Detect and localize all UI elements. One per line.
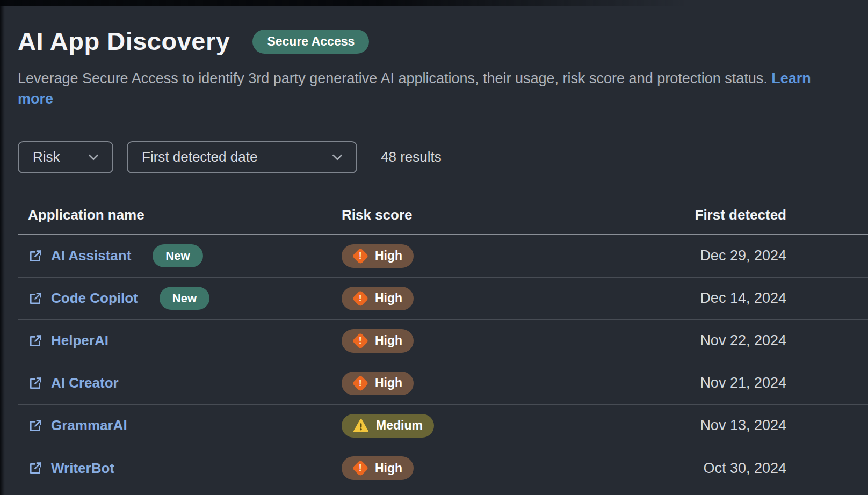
external-link-icon	[28, 333, 43, 348]
table-header-row: Application name Risk score First detect…	[18, 205, 868, 235]
app-link[interactable]: HelperAI	[51, 332, 108, 349]
external-link-icon	[28, 249, 43, 264]
risk-badge-high: ! High	[342, 244, 414, 268]
risk-label: High	[375, 333, 402, 348]
application-name-cell: Code Copilot New	[28, 287, 342, 310]
risk-score-cell: ! High	[342, 372, 700, 395]
high-risk-diamond-icon: !	[352, 375, 368, 391]
external-link-icon	[28, 291, 43, 306]
risk-score-cell: Medium	[342, 414, 700, 438]
description-text: Leverage Secure Access to identify 3rd p…	[18, 70, 768, 86]
risk-score-cell: ! High	[342, 244, 700, 268]
high-risk-diamond-icon: !	[352, 460, 368, 477]
results-count: 48 results	[381, 149, 442, 165]
risk-label: Medium	[376, 418, 423, 433]
first-detected-date: Oct 30, 2024	[703, 460, 786, 477]
app-link[interactable]: AI Assistant	[51, 248, 131, 264]
chevron-down-icon	[86, 150, 100, 164]
filter-bar: Risk First detected date 48 results	[18, 141, 868, 173]
table-row: HelperAI ! High Nov 22, 2024	[18, 320, 868, 362]
external-link-icon	[28, 418, 43, 433]
risk-badge-high: ! High	[342, 456, 414, 480]
ai-app-discovery-page: AI App Discovery Secure Access Leverage …	[0, 0, 868, 490]
application-name-cell: WriterBot	[28, 460, 342, 477]
new-badge: New	[160, 287, 209, 310]
application-name-cell: AI Assistant New	[28, 244, 342, 267]
first-detected-date: Dec 14, 2024	[700, 290, 786, 307]
table-row: GrammarAI Medium Nov 13, 2024	[18, 405, 868, 447]
new-badge: New	[153, 244, 202, 267]
column-header-first-detected: First detected	[695, 205, 787, 223]
table-row: WriterBot ! High Oct 30, 2024	[18, 447, 868, 490]
risk-badge-medium: Medium	[342, 414, 434, 438]
risk-label: High	[375, 461, 402, 476]
first-detected-date-filter-label: First detected date	[142, 149, 257, 165]
high-risk-diamond-icon: !	[352, 332, 368, 349]
medium-risk-warning-triangle-icon	[353, 418, 369, 433]
app-link[interactable]: WriterBot	[51, 460, 114, 477]
risk-score-cell: ! High	[342, 287, 700, 310]
column-header-risk-score: Risk score	[342, 205, 695, 223]
page-title: AI App Discovery	[18, 28, 230, 55]
risk-label: High	[375, 291, 402, 305]
risk-filter-dropdown[interactable]: Risk	[18, 141, 113, 173]
first-detected-date: Nov 21, 2024	[700, 375, 786, 391]
app-link[interactable]: AI Creator	[51, 375, 119, 391]
app-link[interactable]: GrammarAI	[51, 417, 127, 434]
application-name-cell: GrammarAI	[28, 417, 342, 434]
application-name-cell: HelperAI	[28, 332, 342, 349]
first-detected-date: Nov 22, 2024	[700, 332, 786, 349]
table-body: AI Assistant New ! High Dec 29, 2024	[18, 235, 868, 490]
high-risk-diamond-icon: !	[352, 248, 368, 264]
application-name-cell: AI Creator	[28, 375, 342, 391]
table-row: AI Creator ! High Nov 21, 2024	[18, 362, 868, 405]
high-risk-diamond-icon: !	[352, 290, 368, 307]
apps-table: Application name Risk score First detect…	[18, 205, 868, 490]
page-header: AI App Discovery Secure Access	[18, 28, 868, 55]
first-detected-date: Dec 29, 2024	[700, 248, 786, 264]
risk-badge-high: ! High	[342, 372, 414, 395]
risk-label: High	[375, 249, 402, 263]
app-link[interactable]: Code Copilot	[51, 290, 138, 307]
table-row: Code Copilot New ! High Dec 14, 2024	[18, 278, 868, 320]
risk-badge-high: ! High	[342, 329, 414, 353]
risk-label: High	[375, 376, 402, 390]
first-detected-date-filter-dropdown[interactable]: First detected date	[127, 141, 357, 173]
risk-filter-label: Risk	[33, 149, 60, 165]
external-link-icon	[28, 376, 43, 391]
risk-score-cell: ! High	[342, 329, 700, 353]
secure-access-badge: Secure Access	[252, 30, 369, 54]
first-detected-date: Nov 13, 2024	[700, 417, 786, 434]
risk-score-cell: ! High	[342, 456, 703, 480]
column-header-application-name: Application name	[28, 205, 342, 223]
risk-badge-high: ! High	[342, 287, 414, 310]
chevron-down-icon	[330, 150, 344, 164]
page-description: Leverage Secure Access to identify 3rd p…	[18, 68, 845, 109]
external-link-icon	[28, 461, 43, 476]
table-row: AI Assistant New ! High Dec 29, 2024	[18, 235, 868, 278]
